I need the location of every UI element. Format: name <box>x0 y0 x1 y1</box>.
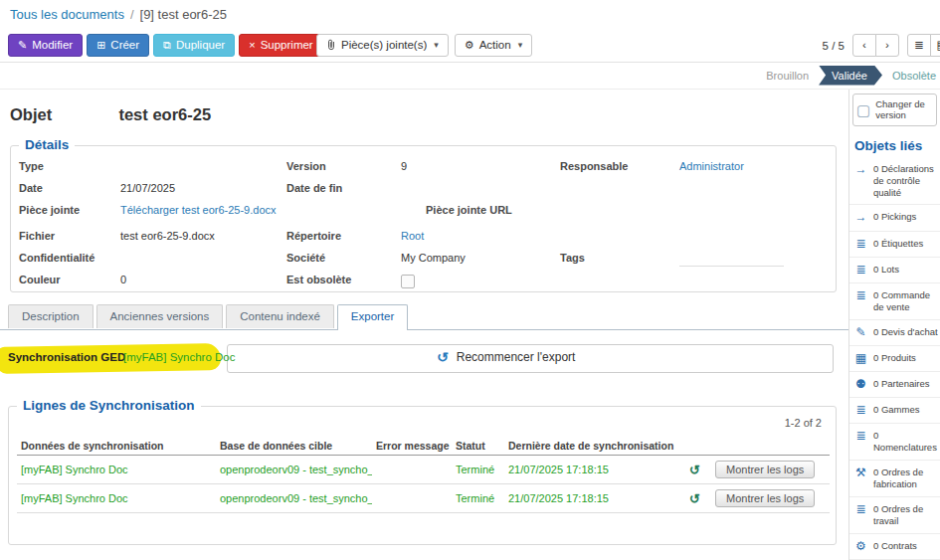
related-item-etiquettes[interactable]: ≣ 0 Étiquettes <box>849 232 940 258</box>
refresh-icon: ↺ <box>689 491 700 506</box>
restart-export-button[interactable]: ↺ Recommencer l'export <box>437 350 575 364</box>
couleur-value: 0 <box>120 274 126 285</box>
pager-next-button[interactable]: › <box>875 34 899 57</box>
kanban-view-button[interactable]: ▤ <box>930 34 940 57</box>
form-dropdown-buttons: Pièce(s) jointe(s) ▾ ⚙ Action ▾ <box>316 34 532 57</box>
status-obsolete[interactable]: Obsolète <box>892 70 936 82</box>
pager-buttons: ‹ › <box>852 34 899 57</box>
show-logs-button[interactable]: Montrer les logs <box>715 461 815 478</box>
tags-label: Tags <box>560 252 585 264</box>
caret-down-icon: ▾ <box>434 41 439 50</box>
restart-export-label: Recommencer l'export <box>457 350 576 364</box>
edit-button[interactable]: ✎ Modifier <box>8 34 83 57</box>
row-refresh-button[interactable]: ↺ <box>689 491 700 506</box>
users-icon: ⚉ <box>853 378 868 391</box>
status-draft[interactable]: Brouillon <box>766 70 809 82</box>
related-item-commande-vente[interactable]: ≣ 0 Commande de vente <box>849 283 940 320</box>
statusbar: Brouillon Validée Obsolète <box>0 62 940 90</box>
duplicate-button[interactable]: ⧉ Dupliquer <box>153 34 235 57</box>
responsable-label: Responsable <box>560 160 628 172</box>
kanban-view-icon: ▤ <box>937 40 940 52</box>
trash-icon: × <box>249 40 255 51</box>
show-logs-button[interactable]: Montrer les logs <box>715 489 815 507</box>
copy-icon: ⧉ <box>163 40 171 51</box>
breadcrumb-separator: / <box>130 7 134 22</box>
table-row[interactable]: [myFAB] Synchro Doc openprodeorv09 - tes… <box>17 484 830 513</box>
table-row[interactable]: [myFAB] Synchro Doc openprodeorv09 - tes… <box>17 456 830 484</box>
related-item-ordres-travail[interactable]: ≣ 0 Ordres de travail <box>849 497 940 534</box>
date-value: 21/07/2025 <box>120 182 175 194</box>
refresh-icon: ↺ <box>437 350 449 364</box>
change-version-button[interactable]: ▢ Changer de version <box>852 93 937 126</box>
details-group-title: Détails <box>19 137 75 152</box>
page-icon: ▢ <box>856 102 870 117</box>
responsable-link[interactable]: Administrator <box>679 160 744 172</box>
sync-ged-value: [myFAB] Synchro Doc <box>123 351 235 363</box>
tab-exporter[interactable]: Exporter <box>337 304 408 330</box>
object-heading: Objet test eor6-25 <box>10 105 211 124</box>
related-item-nomenclatures[interactable]: ≣ 0 Nomenclatures <box>849 424 940 461</box>
action-button-label: Action <box>479 40 511 52</box>
edit-button-label: Modifier <box>32 40 73 52</box>
notebook-tabs: Description Anciennes versions Contenu i… <box>8 304 408 330</box>
related-item-ordres-fabrication[interactable]: ⚒ 0 Ordres de fabrication <box>849 461 940 497</box>
row-target-db: openprodeorv09 - test_syncho_base2 <box>216 484 372 513</box>
confidentialite-label: Confidentialité <box>19 252 94 264</box>
est-obsolete-checkbox[interactable] <box>401 275 415 288</box>
plus-square-icon: ⊞ <box>96 40 105 51</box>
table-header-row: Données de synchronisation Base de donné… <box>17 437 830 456</box>
row-last-sync: 21/07/2025 17:18:15 <box>504 484 685 513</box>
est-obsolete-label: Est obsolète <box>286 274 351 285</box>
date-label: Date <box>19 182 43 194</box>
cubes-icon: ▦ <box>853 352 868 365</box>
delete-button[interactable]: × Supprimer <box>239 34 323 57</box>
repertoire-label: Répertoire <box>286 230 341 242</box>
sync-ged-label: Synchronisation GED <box>8 351 125 363</box>
status-validated[interactable]: Validée <box>819 66 882 86</box>
create-button[interactable]: ⊞ Créer <box>87 34 149 57</box>
tab-description[interactable]: Description <box>8 304 94 328</box>
related-item-contrats[interactable]: ⚙ 0 Contrats <box>849 534 940 560</box>
header-last-sync: Dernière date de synchronisation <box>504 437 685 456</box>
list-view-icon: ≣ <box>914 40 924 52</box>
attachments-button[interactable]: Pièce(s) jointe(s) ▾ <box>316 34 449 57</box>
related-item-lots[interactable]: ≣ 0 Lots <box>849 258 940 283</box>
related-item-devis-achat[interactable]: ✎ 0 Devis d'achat <box>849 320 940 346</box>
refresh-icon: ↺ <box>689 463 700 477</box>
list-icon: ≣ <box>853 430 868 443</box>
related-sidebar: ▢ Changer de version Objets liés → 0 Déc… <box>848 90 940 560</box>
sync-lines-title: Lignes de Synchronisation <box>17 398 201 413</box>
create-button-label: Créer <box>110 40 139 52</box>
list-icon: ≣ <box>853 503 868 516</box>
related-item-produits[interactable]: ▦ 0 Produits <box>849 346 940 372</box>
piece-jointe-download-link[interactable]: Télécharger test eor6-25-9.docx <box>120 204 277 216</box>
related-item-declarations-qualite[interactable]: → 0 Déclarations de contrôle qualité <box>849 157 940 206</box>
list-icon: ≣ <box>853 404 868 417</box>
action-button[interactable]: ⚙ Action ▾ <box>455 34 532 57</box>
related-item-pickings[interactable]: → 0 Pickings <box>849 205 940 231</box>
breadcrumb-parent-link[interactable]: Tous les documents <box>10 7 124 22</box>
related-objects-title: Objets liés <box>849 130 940 157</box>
row-source: [myFAB] Synchro Doc <box>17 484 216 513</box>
row-refresh-button[interactable]: ↺ <box>689 463 700 477</box>
view-switcher: ≣ ▤ <box>907 34 940 57</box>
tab-contenu-indexe[interactable]: Contenu indexé <box>226 304 334 328</box>
sync-lines-pager: 1-2 of 2 <box>785 417 822 429</box>
related-item-partenaires[interactable]: ⚉ 0 Partenaires <box>849 372 940 398</box>
pencil-icon: ✎ <box>853 326 868 339</box>
version-label: Version <box>286 160 326 172</box>
paperclip-icon <box>326 39 336 53</box>
related-item-gammes[interactable]: ≣ 0 Gammes <box>849 398 940 424</box>
restart-export-box: ↺ Recommencer l'export <box>227 344 834 373</box>
list-icon: ≣ <box>853 238 868 251</box>
pager-prev-button[interactable]: ‹ <box>852 34 876 57</box>
row-status: Terminé <box>452 484 504 513</box>
record-pager: 5 / 5 <box>823 40 845 52</box>
chevron-left-icon: ‹ <box>862 40 866 52</box>
object-label: Objet <box>10 105 114 124</box>
breadcrumb: Tous les documents / [9] test eor6-25 <box>0 0 940 28</box>
tab-anciennes-versions[interactable]: Anciennes versions <box>96 304 224 328</box>
list-view-button[interactable]: ≣ <box>907 34 931 57</box>
repertoire-root-link[interactable]: Root <box>401 230 424 242</box>
gear-icon: ⚙ <box>465 40 474 51</box>
